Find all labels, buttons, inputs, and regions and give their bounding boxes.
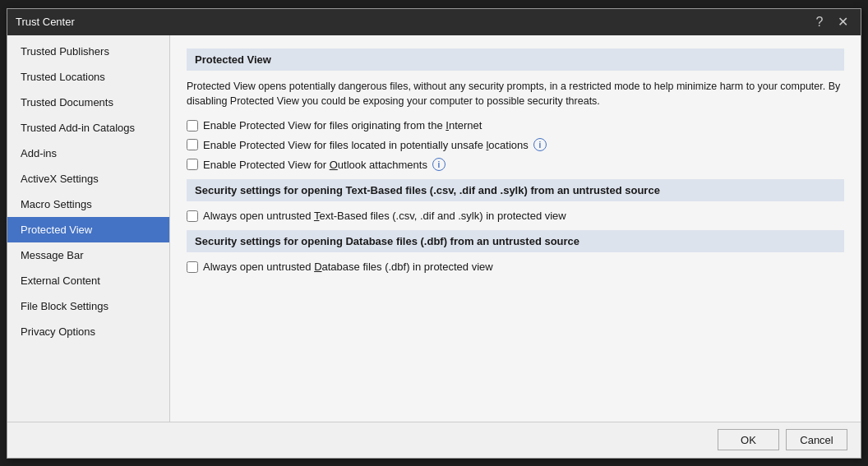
checkbox-unsafe-locations[interactable]: [187, 139, 198, 150]
sidebar-item-trusted-publishers[interactable]: Trusted Publishers: [7, 39, 169, 64]
info-icon-outlook[interactable]: i: [432, 158, 446, 171]
dialog-footer: OK Cancel: [7, 422, 861, 458]
ok-button[interactable]: OK: [718, 429, 779, 450]
sidebar: Trusted Publishers Trusted Locations Tru…: [7, 35, 170, 422]
checkbox-row-database: Always open untrusted Database files (.d…: [187, 261, 844, 273]
checkbox-outlook-label: Enable Protected View for Outlook attach…: [203, 159, 427, 171]
checkbox-row-unsafe-locations: Enable Protected View for files located …: [187, 138, 844, 151]
sidebar-item-file-block-settings[interactable]: File Block Settings: [7, 293, 169, 319]
text-based-section-header: Security settings for opening Text-Based…: [187, 179, 844, 201]
checkbox-database-label: Always open untrusted Database files (.d…: [203, 261, 493, 273]
close-button[interactable]: ✕: [833, 12, 852, 32]
dialog-title: Trust Center: [16, 16, 75, 28]
database-section: Security settings for opening Database f…: [187, 230, 844, 273]
checkbox-internet-label: Enable Protected View for files originat…: [203, 119, 482, 131]
sidebar-item-add-ins[interactable]: Add-ins: [7, 141, 169, 166]
checkbox-internet[interactable]: [187, 120, 198, 131]
database-section-header: Security settings for opening Database f…: [187, 230, 844, 252]
main-section-header: Protected View: [187, 48, 844, 71]
trust-center-dialog: Trust Center ? ✕ Trusted Publishers Trus…: [7, 8, 861, 459]
checkbox-row-outlook: Enable Protected View for Outlook attach…: [187, 158, 844, 171]
sidebar-item-activex-settings[interactable]: ActiveX Settings: [7, 166, 169, 191]
info-icon-unsafe[interactable]: i: [533, 138, 547, 151]
checkbox-unsafe-label: Enable Protected View for files located …: [203, 139, 529, 151]
help-button[interactable]: ?: [810, 12, 829, 32]
checkbox-row-text-based: Always open untrusted Text-Based files (…: [187, 210, 844, 222]
sidebar-item-macro-settings[interactable]: Macro Settings: [7, 191, 169, 217]
sidebar-item-protected-view[interactable]: Protected View: [7, 217, 169, 242]
checkbox-outlook[interactable]: [187, 159, 198, 170]
sidebar-item-trusted-addin-catalogs[interactable]: Trusted Add-in Catalogs: [7, 115, 169, 141]
text-based-section: Security settings for opening Text-Based…: [187, 179, 844, 222]
checkbox-database[interactable]: [187, 261, 198, 273]
sidebar-item-trusted-documents[interactable]: Trusted Documents: [7, 90, 169, 115]
sidebar-item-privacy-options[interactable]: Privacy Options: [7, 319, 169, 344]
checkbox-text-based[interactable]: [187, 210, 198, 222]
description-text: Protected View opens potentially dangero…: [187, 79, 844, 110]
sidebar-item-message-bar[interactable]: Message Bar: [7, 242, 169, 268]
checkbox-row-internet: Enable Protected View for files originat…: [187, 119, 844, 131]
sidebar-item-trusted-locations[interactable]: Trusted Locations: [7, 64, 169, 90]
sidebar-item-external-content[interactable]: External Content: [7, 268, 169, 293]
title-bar-controls: ? ✕: [810, 12, 852, 32]
checkbox-text-based-label: Always open untrusted Text-Based files (…: [203, 210, 566, 222]
title-bar: Trust Center ? ✕: [7, 9, 861, 35]
cancel-button[interactable]: Cancel: [786, 429, 847, 450]
main-section: Protected View Protected View opens pote…: [187, 48, 844, 172]
content-area: Protected View Protected View opens pote…: [170, 35, 861, 422]
dialog-body: Trusted Publishers Trusted Locations Tru…: [7, 35, 861, 422]
